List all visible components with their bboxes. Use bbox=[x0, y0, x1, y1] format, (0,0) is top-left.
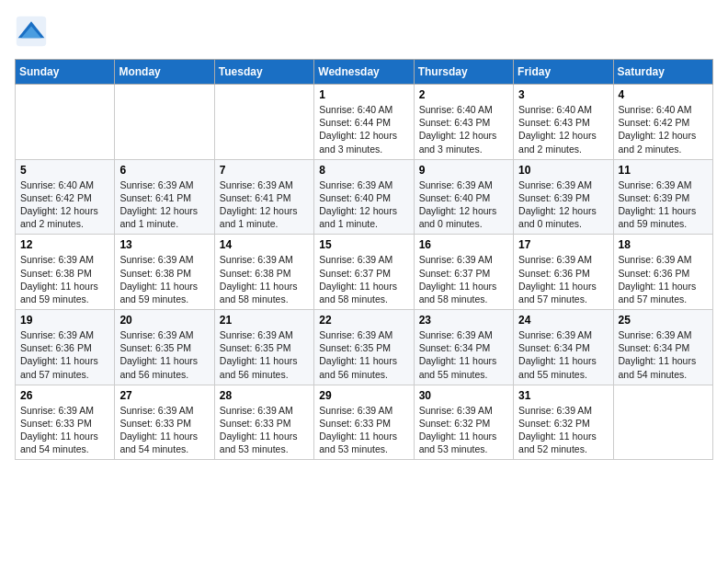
day-info: Sunrise: 6:39 AM Sunset: 6:33 PM Dayligh… bbox=[119, 404, 209, 456]
day-info: Sunrise: 6:39 AM Sunset: 6:32 PM Dayligh… bbox=[518, 404, 608, 456]
calendar-cell: 1Sunrise: 6:40 AM Sunset: 6:44 PM Daylig… bbox=[314, 85, 414, 160]
day-number: 9 bbox=[419, 164, 508, 177]
day-number: 20 bbox=[119, 314, 209, 327]
day-info: Sunrise: 6:39 AM Sunset: 6:35 PM Dayligh… bbox=[119, 328, 209, 381]
day-number: 12 bbox=[20, 238, 109, 251]
day-number: 6 bbox=[119, 164, 209, 177]
day-info: Sunrise: 6:39 AM Sunset: 6:33 PM Dayligh… bbox=[20, 404, 109, 456]
day-number: 26 bbox=[20, 389, 109, 402]
header-friday: Friday bbox=[514, 60, 613, 85]
day-info: Sunrise: 6:40 AM Sunset: 6:43 PM Dayligh… bbox=[419, 103, 508, 155]
calendar-cell: 20Sunrise: 6:39 AM Sunset: 6:35 PM Dayli… bbox=[115, 310, 214, 385]
calendar-cell: 7Sunrise: 6:39 AM Sunset: 6:41 PM Daylig… bbox=[214, 159, 313, 235]
calendar-cell: 17Sunrise: 6:39 AM Sunset: 6:36 PM Dayli… bbox=[514, 235, 613, 310]
day-info: Sunrise: 6:39 AM Sunset: 6:35 PM Dayligh… bbox=[220, 328, 309, 381]
calendar-cell: 31Sunrise: 6:39 AM Sunset: 6:32 PM Dayli… bbox=[514, 385, 613, 460]
day-info: Sunrise: 6:39 AM Sunset: 6:36 PM Dayligh… bbox=[20, 328, 109, 381]
header-sunday: Sunday bbox=[16, 60, 115, 85]
day-info: Sunrise: 6:39 AM Sunset: 6:34 PM Dayligh… bbox=[619, 328, 708, 381]
calendar-cell: 25Sunrise: 6:39 AM Sunset: 6:34 PM Dayli… bbox=[613, 310, 712, 385]
calendar-table: SundayMondayTuesdayWednesdayThursdayFrid… bbox=[15, 59, 713, 460]
day-info: Sunrise: 6:39 AM Sunset: 6:41 PM Dayligh… bbox=[119, 178, 209, 231]
logo-icon bbox=[15, 15, 48, 48]
day-number: 17 bbox=[518, 238, 608, 251]
calendar-cell: 28Sunrise: 6:39 AM Sunset: 6:33 PM Dayli… bbox=[214, 385, 313, 460]
day-info: Sunrise: 6:39 AM Sunset: 6:39 PM Dayligh… bbox=[619, 178, 708, 231]
day-number: 21 bbox=[220, 314, 309, 327]
day-info: Sunrise: 6:39 AM Sunset: 6:38 PM Dayligh… bbox=[119, 253, 209, 305]
day-info: Sunrise: 6:39 AM Sunset: 6:35 PM Dayligh… bbox=[319, 328, 408, 381]
day-number: 25 bbox=[619, 314, 708, 327]
calendar-cell: 26Sunrise: 6:39 AM Sunset: 6:33 PM Dayli… bbox=[16, 385, 115, 460]
day-number: 16 bbox=[419, 238, 508, 251]
day-number: 2 bbox=[419, 88, 508, 101]
day-number: 15 bbox=[319, 238, 408, 251]
day-number: 24 bbox=[518, 314, 608, 327]
calendar-cell: 2Sunrise: 6:40 AM Sunset: 6:43 PM Daylig… bbox=[414, 85, 513, 160]
calendar-cell: 13Sunrise: 6:39 AM Sunset: 6:38 PM Dayli… bbox=[115, 235, 214, 310]
day-number: 27 bbox=[119, 389, 209, 402]
day-info: Sunrise: 6:40 AM Sunset: 6:42 PM Dayligh… bbox=[20, 178, 109, 231]
calendar-cell: 30Sunrise: 6:39 AM Sunset: 6:32 PM Dayli… bbox=[414, 385, 513, 460]
day-info: Sunrise: 6:39 AM Sunset: 6:38 PM Dayligh… bbox=[20, 253, 109, 305]
calendar-cell: 21Sunrise: 6:39 AM Sunset: 6:35 PM Dayli… bbox=[214, 310, 313, 385]
header-thursday: Thursday bbox=[414, 60, 513, 85]
day-number: 18 bbox=[619, 238, 708, 251]
day-number: 11 bbox=[619, 164, 708, 177]
calendar-week-4: 19Sunrise: 6:39 AM Sunset: 6:36 PM Dayli… bbox=[16, 310, 713, 385]
calendar-cell bbox=[115, 85, 214, 160]
day-info: Sunrise: 6:39 AM Sunset: 6:38 PM Dayligh… bbox=[220, 253, 309, 305]
calendar-cell: 9Sunrise: 6:39 AM Sunset: 6:40 PM Daylig… bbox=[414, 159, 513, 235]
day-info: Sunrise: 6:39 AM Sunset: 6:33 PM Dayligh… bbox=[220, 404, 309, 456]
calendar-cell bbox=[613, 385, 712, 460]
header-saturday: Saturday bbox=[613, 60, 712, 85]
calendar-cell: 4Sunrise: 6:40 AM Sunset: 6:42 PM Daylig… bbox=[613, 85, 712, 160]
day-number: 1 bbox=[319, 88, 408, 101]
calendar-cell: 23Sunrise: 6:39 AM Sunset: 6:34 PM Dayli… bbox=[414, 310, 513, 385]
calendar-cell: 11Sunrise: 6:39 AM Sunset: 6:39 PM Dayli… bbox=[613, 159, 712, 235]
day-number: 22 bbox=[319, 314, 408, 327]
header-tuesday: Tuesday bbox=[214, 60, 313, 85]
day-info: Sunrise: 6:39 AM Sunset: 6:40 PM Dayligh… bbox=[419, 178, 508, 231]
day-number: 3 bbox=[518, 88, 608, 101]
day-number: 29 bbox=[319, 389, 408, 402]
calendar-cell: 19Sunrise: 6:39 AM Sunset: 6:36 PM Dayli… bbox=[16, 310, 115, 385]
day-info: Sunrise: 6:39 AM Sunset: 6:39 PM Dayligh… bbox=[518, 178, 608, 231]
day-number: 4 bbox=[619, 88, 708, 101]
header-monday: Monday bbox=[115, 60, 214, 85]
day-info: Sunrise: 6:39 AM Sunset: 6:41 PM Dayligh… bbox=[220, 178, 309, 231]
header-wednesday: Wednesday bbox=[314, 60, 414, 85]
day-number: 13 bbox=[119, 238, 209, 251]
day-info: Sunrise: 6:40 AM Sunset: 6:43 PM Dayligh… bbox=[518, 103, 608, 155]
day-info: Sunrise: 6:40 AM Sunset: 6:44 PM Dayligh… bbox=[319, 103, 408, 155]
calendar-cell: 18Sunrise: 6:39 AM Sunset: 6:36 PM Dayli… bbox=[613, 235, 712, 310]
day-info: Sunrise: 6:39 AM Sunset: 6:40 PM Dayligh… bbox=[319, 178, 408, 231]
page-header bbox=[15, 15, 713, 48]
day-number: 23 bbox=[419, 314, 508, 327]
calendar-cell bbox=[214, 85, 313, 160]
calendar-cell: 22Sunrise: 6:39 AM Sunset: 6:35 PM Dayli… bbox=[314, 310, 414, 385]
day-number: 30 bbox=[419, 389, 508, 402]
day-number: 19 bbox=[20, 314, 109, 327]
day-number: 28 bbox=[220, 389, 309, 402]
day-number: 14 bbox=[220, 238, 309, 251]
calendar-week-3: 12Sunrise: 6:39 AM Sunset: 6:38 PM Dayli… bbox=[16, 235, 713, 310]
calendar-cell: 27Sunrise: 6:39 AM Sunset: 6:33 PM Dayli… bbox=[115, 385, 214, 460]
day-number: 10 bbox=[518, 164, 608, 177]
calendar-week-2: 5Sunrise: 6:40 AM Sunset: 6:42 PM Daylig… bbox=[16, 159, 713, 235]
calendar-cell: 6Sunrise: 6:39 AM Sunset: 6:41 PM Daylig… bbox=[115, 159, 214, 235]
calendar-cell bbox=[16, 85, 115, 160]
calendar-cell: 5Sunrise: 6:40 AM Sunset: 6:42 PM Daylig… bbox=[16, 159, 115, 235]
calendar-cell: 14Sunrise: 6:39 AM Sunset: 6:38 PM Dayli… bbox=[214, 235, 313, 310]
calendar-cell: 8Sunrise: 6:39 AM Sunset: 6:40 PM Daylig… bbox=[314, 159, 414, 235]
logo bbox=[15, 15, 51, 48]
day-info: Sunrise: 6:40 AM Sunset: 6:42 PM Dayligh… bbox=[619, 103, 708, 155]
calendar-week-5: 26Sunrise: 6:39 AM Sunset: 6:33 PM Dayli… bbox=[16, 385, 713, 460]
day-number: 31 bbox=[518, 389, 608, 402]
day-info: Sunrise: 6:39 AM Sunset: 6:36 PM Dayligh… bbox=[518, 253, 608, 305]
day-info: Sunrise: 6:39 AM Sunset: 6:37 PM Dayligh… bbox=[419, 253, 508, 305]
day-info: Sunrise: 6:39 AM Sunset: 6:37 PM Dayligh… bbox=[319, 253, 408, 305]
day-info: Sunrise: 6:39 AM Sunset: 6:34 PM Dayligh… bbox=[419, 328, 508, 381]
day-info: Sunrise: 6:39 AM Sunset: 6:36 PM Dayligh… bbox=[619, 253, 708, 305]
day-info: Sunrise: 6:39 AM Sunset: 6:33 PM Dayligh… bbox=[319, 404, 408, 456]
